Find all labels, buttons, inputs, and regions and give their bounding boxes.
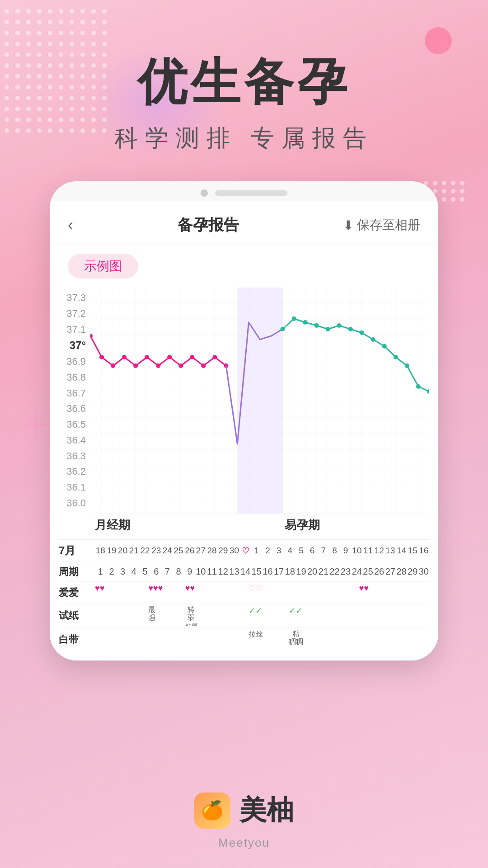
svg-rect-5 [237, 288, 282, 514]
svg-point-9 [122, 355, 127, 359]
cal-date-16: 2 [262, 546, 273, 556]
svg-point-14 [178, 363, 183, 368]
svg-point-30 [405, 363, 409, 368]
sample-badge: 示例图 [68, 254, 138, 278]
svg-point-17 [212, 355, 217, 359]
y-label-362: 36.2 [59, 466, 86, 477]
cal-date-22: 8 [329, 546, 340, 556]
hero-subtitle: 科学测排 专属报告 [114, 123, 374, 154]
y-label-366: 36.6 [59, 403, 86, 415]
svg-point-29 [394, 355, 398, 359]
save-button[interactable]: ⬇ 保存至相册 [343, 217, 420, 234]
y-axis: 37.3 37.2 37.1 37° 36.9 36.8 36.7 36.6 3… [54, 288, 90, 514]
cal-date-14: ♡ [240, 546, 251, 556]
svg-point-25 [348, 327, 353, 331]
cal-date-12: 29 [217, 546, 229, 556]
cal-date-28: 14 [396, 546, 407, 556]
cal-date-7: 24 [162, 546, 173, 556]
week-15: 15 [251, 566, 262, 577]
app-icon: 🍊 [194, 793, 230, 829]
cal-date-3: 20 [117, 546, 128, 556]
sparkle-left-icon [18, 407, 54, 443]
week-17: 17 [273, 566, 285, 577]
week-9: 9 [184, 566, 195, 577]
cal-date-21: 7 [318, 546, 329, 556]
week-13: 13 [229, 566, 240, 577]
y-label-361: 36.1 [59, 481, 86, 493]
hero-title: 优生备孕 [114, 54, 374, 109]
discharge-values: 拉丝 粘稠稠 [95, 630, 429, 650]
love-heart-3: ♥♥ [185, 584, 195, 593]
week-24: 24 [351, 566, 362, 577]
y-label-360: 36.0 [59, 497, 86, 509]
svg-point-10 [133, 363, 138, 368]
svg-point-20 [291, 316, 296, 321]
love-label: 爱爱 [59, 586, 95, 599]
cal-date-4: 21 [128, 546, 140, 556]
love-heart-2: ♥♥♥ [148, 584, 163, 593]
cal-date-10: 27 [195, 546, 206, 556]
week-21: 21 [318, 566, 329, 577]
svg-point-13 [167, 355, 172, 359]
cal-date-23: 9 [340, 546, 352, 556]
test-label: 试纸 [59, 609, 95, 623]
svg-point-7 [99, 355, 104, 359]
love-heart-4: ♡♡ [249, 584, 263, 594]
love-row: 爱爱 ♥♥ ♥♥♥ ♥♥ ♡♡ [59, 581, 429, 604]
app-name: 美柚 [239, 792, 294, 829]
phase-labels: 月经期 易孕期 [54, 514, 429, 535]
love-heart-1: ♥♥ [95, 584, 104, 593]
cal-date-19: 5 [296, 546, 307, 556]
y-label-373: 37.3 [59, 292, 86, 304]
svg-point-11 [145, 355, 149, 359]
dot-pattern [5, 9, 108, 135]
cal-date-27: 13 [385, 546, 396, 556]
week-row: 周期 1 2 3 4 5 6 7 8 9 10 11 12 13 [59, 561, 429, 581]
y-label-369: 36.9 [59, 356, 86, 368]
week-label: 周期 [59, 565, 95, 579]
decorative-circle [425, 27, 452, 54]
brand-name: Meetyou [218, 836, 270, 850]
week-16: 16 [262, 566, 273, 577]
calendar-month: 7月 [59, 543, 95, 558]
cal-date-29: 15 [407, 546, 418, 556]
y-label-363: 36.3 [59, 450, 86, 462]
week-10: 10 [195, 566, 206, 577]
week-7: 7 [162, 566, 173, 577]
week-14: 14 [240, 566, 251, 577]
y-label-365: 36.5 [59, 419, 86, 430]
fertile-phase-label: 易孕期 [285, 517, 375, 533]
logo-row: 🍊 美柚 [194, 792, 294, 829]
back-button[interactable]: ‹ [68, 216, 73, 235]
y-label-368: 36.8 [59, 372, 86, 383]
cal-date-6: 23 [150, 546, 162, 556]
bottom-logo: 🍊 美柚 Meetyou [194, 778, 294, 868]
sample-badge-container: 示例图 [50, 245, 438, 283]
week-11: 11 [206, 566, 218, 577]
week-2: 2 [106, 566, 117, 577]
hero-section: 优生备孕 科学测排 专属报告 [114, 0, 374, 154]
discharge-label: 白带 [59, 633, 95, 646]
week-29: 29 [407, 566, 418, 577]
cal-date-26: 12 [374, 546, 385, 556]
test-values: 最强 转弱粘稠 ✓✓ ✓✓ [95, 606, 429, 626]
svg-point-31 [416, 384, 421, 389]
app-content: ‹ 备孕报告 ⬇ 保存至相册 示例图 37.3 37.2 37.1 [50, 201, 438, 660]
chart-inner: 37.3 37.2 37.1 37° 36.9 36.8 36.7 36.6 3… [54, 288, 429, 514]
notch-bar [215, 190, 287, 196]
cal-date-30: 16 [418, 546, 429, 556]
love-values: ♥♥ ♥♥♥ ♥♥ ♡♡ ♥♥ [95, 584, 429, 602]
y-label-367: 36.7 [59, 387, 86, 399]
love-heart-5: ♥♥ [359, 584, 369, 593]
report-title: 备孕报告 [178, 215, 239, 236]
cal-date-25: 11 [362, 546, 374, 556]
cal-date-20: 6 [307, 546, 318, 556]
svg-point-19 [280, 327, 285, 331]
test-strip-row: 试纸 最强 转弱粘稠 ✓✓ ✓✓ [59, 604, 429, 627]
week-30: 30 [418, 566, 429, 577]
svg-point-28 [382, 344, 387, 349]
chart-container: 37.3 37.2 37.1 37° 36.9 36.8 36.7 36.6 3… [50, 283, 438, 535]
y-label-371: 37.1 [59, 324, 86, 335]
discharge-stringy: 拉丝 [249, 630, 263, 639]
week-6: 6 [150, 566, 162, 577]
